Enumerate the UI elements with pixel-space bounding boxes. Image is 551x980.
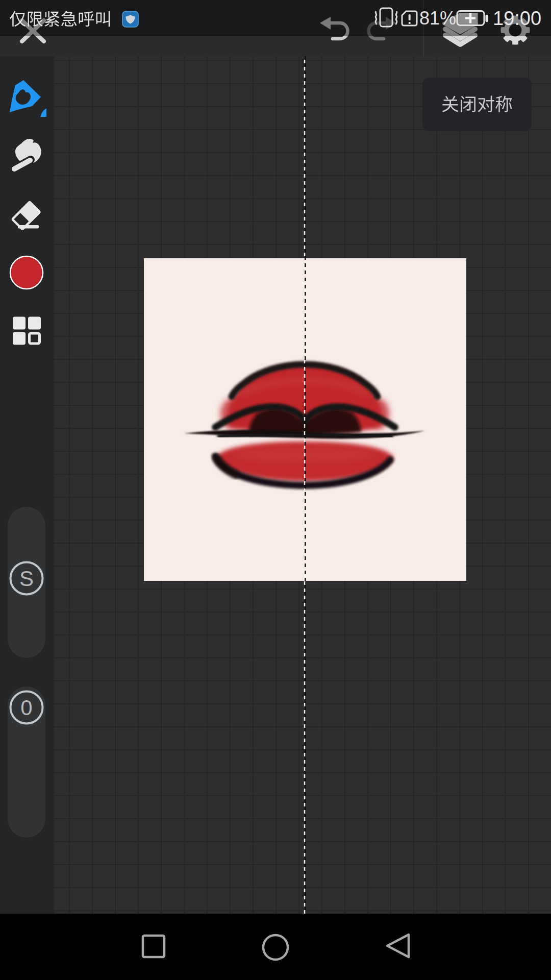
svg-text:19:00: 19:00 bbox=[493, 8, 541, 29]
svg-text:S: S bbox=[19, 567, 34, 591]
svg-text:81%: 81% bbox=[419, 8, 456, 29]
svg-text:0: 0 bbox=[20, 696, 32, 720]
